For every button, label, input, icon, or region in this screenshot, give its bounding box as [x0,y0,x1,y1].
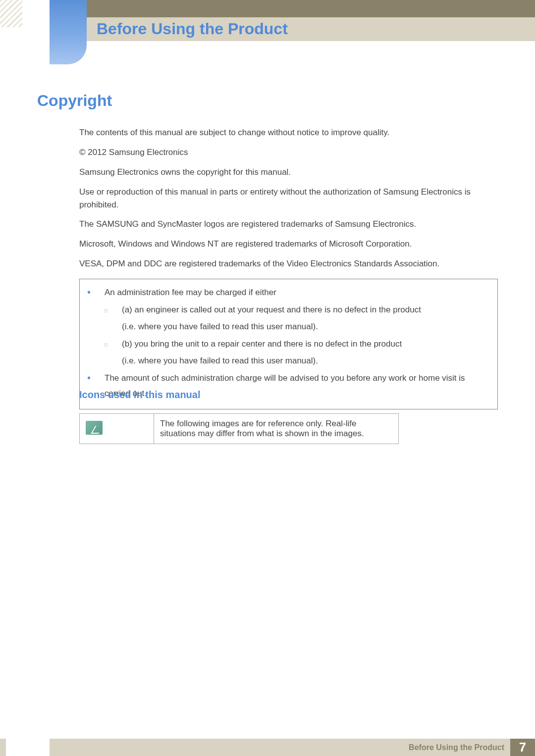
square-bullet-icon: □ [105,302,122,318]
footer-text: Before Using the Product [409,743,504,752]
notice-text: (i.e. where you have failed to read this… [122,319,318,335]
paragraph: © 2012 Samsung Electronics [79,146,498,159]
icon-table: The following images are for reference o… [79,413,399,444]
section-title: Copyright [37,92,112,110]
paragraph: VESA, DPM and DDC are registered tradema… [79,257,498,270]
paragraph: The SAMSUNG and SyncMaster logos are reg… [79,218,498,231]
notice-text: (i.e. where you have failed to read this… [122,353,318,369]
notice-text: An administration fee may be charged if … [105,285,276,301]
page-number: 7 [510,739,535,756]
notice-text: (b) you bring the unit to a repair cente… [122,337,402,352]
top-bar [50,0,535,17]
paragraph: Use or reproduction of this manual in pa… [79,186,498,211]
paragraph: Microsoft, Windows and Windows NT are re… [79,238,498,251]
footer-bar: Before Using the Product 7 [50,739,535,756]
icon-cell [80,414,154,444]
notice-text: (a) an engineer is called out at your re… [122,302,421,318]
bullet-icon: • [87,285,105,301]
icon-description: The following images are for reference o… [154,414,399,444]
chapter-tab [50,0,87,64]
paragraph: The contents of this manual are subject … [79,126,498,139]
paragraph: Samsung Electronics owns the copyright f… [79,166,498,179]
table-row: The following images are for reference o… [80,414,399,444]
footer-left-stripe [0,739,6,756]
spacer [105,353,122,369]
spacer [105,319,122,335]
chapter-title: Before Using the Product [97,20,288,38]
subsection-title: Icons used in this manual [79,389,201,401]
note-icon [86,421,103,435]
square-bullet-icon: □ [105,337,122,352]
corner-decoration [0,0,22,27]
